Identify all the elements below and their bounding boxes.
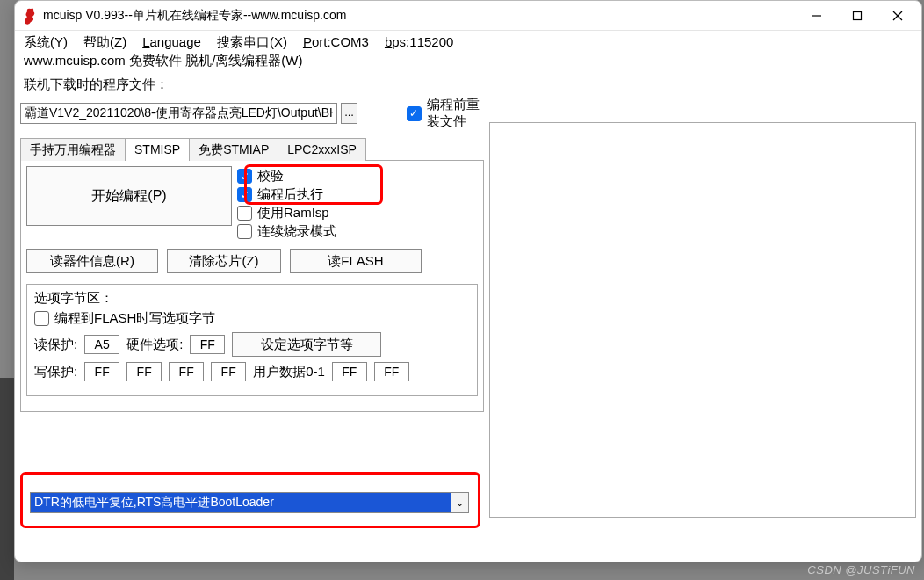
- svg-rect-1: [854, 11, 862, 19]
- highlight-box-2: DTR的低电平复位,RTS高电平进BootLoader ⌄: [20, 472, 480, 528]
- wp2-input[interactable]: [169, 362, 204, 381]
- chevron-down-icon[interactable]: ⌄: [451, 493, 468, 512]
- contburn-checkbox[interactable]: [237, 224, 252, 239]
- wp3-input[interactable]: [211, 362, 246, 381]
- tab-stmisp[interactable]: STMISP: [125, 138, 190, 161]
- subline: www.mcuisp.com 免费软件 脱机/离线编程器(W): [15, 51, 921, 75]
- app-icon: [22, 6, 38, 25]
- window-title: mcuisp V0.993--单片机在线编程专家--www.mcuisp.com: [43, 8, 797, 24]
- read-protect-input[interactable]: [84, 335, 119, 354]
- menubar: 系统(Y) 帮助(Z) Language 搜索串口(X) Port:COM3 b…: [15, 31, 921, 51]
- read-device-info-button[interactable]: 读器件信息(R): [26, 249, 158, 273]
- tab-lpc[interactable]: LPC2xxxISP: [278, 138, 366, 161]
- ramisp-checkbox[interactable]: [237, 206, 252, 221]
- write-optbyte-label: 编程到FLASH时写选项字节: [54, 310, 215, 327]
- maximize-button[interactable]: [837, 3, 877, 29]
- tab-stmiap[interactable]: 免费STMIAP: [189, 138, 278, 161]
- menu-system[interactable]: 系统(Y): [24, 34, 68, 51]
- ud0-input[interactable]: [332, 362, 367, 381]
- wp0-input[interactable]: [84, 362, 119, 381]
- optbyte-header: 选项字节区：: [34, 290, 470, 307]
- verify-label: 校验: [257, 168, 284, 185]
- user-data-label: 用户数据0-1: [253, 364, 325, 381]
- watermark: CSDN @JUSTiFUN: [807, 563, 915, 576]
- app-window: mcuisp V0.993--单片机在线编程专家--www.mcuisp.com…: [14, 0, 922, 562]
- start-program-button[interactable]: 开始编程(P): [26, 166, 232, 226]
- log-panel[interactable]: [489, 122, 916, 518]
- menu-search-port[interactable]: 搜索串口(X): [217, 34, 287, 51]
- tabstrip: 手持万用编程器 STMISP 免费STMIAP LPC2xxxISP: [20, 137, 484, 161]
- menu-bps[interactable]: bps:115200: [385, 34, 453, 51]
- menu-help[interactable]: 帮助(Z): [83, 34, 126, 51]
- verify-checkbox[interactable]: [237, 169, 252, 184]
- menu-language[interactable]: Language: [142, 34, 201, 51]
- reload-checkbox[interactable]: [407, 106, 422, 121]
- read-protect-label: 读保护:: [34, 337, 77, 353]
- hw-option-input[interactable]: [190, 335, 225, 354]
- erase-chip-button[interactable]: 清除芯片(Z): [167, 249, 281, 273]
- reset-mode-combo[interactable]: DTR的低电平复位,RTS高电平进BootLoader ⌄: [30, 492, 469, 513]
- write-protect-label: 写保护:: [34, 364, 77, 381]
- read-flash-button[interactable]: 读FLASH: [290, 249, 422, 273]
- run-after-label: 编程后执行: [257, 186, 323, 203]
- tab-body: 开始编程(P) 校验 编程后执行 使用RamIsp 连续烧录模式 读器件信息(R…: [20, 161, 484, 412]
- ud1-input[interactable]: [374, 362, 409, 381]
- file-path-input[interactable]: [20, 103, 337, 124]
- ramisp-label: 使用RamIsp: [257, 205, 329, 221]
- browse-button[interactable]: ...: [341, 103, 357, 124]
- reset-mode-selected: DTR的低电平复位,RTS高电平进BootLoader: [31, 493, 451, 512]
- titlebar: mcuisp V0.993--单片机在线编程专家--www.mcuisp.com: [15, 1, 921, 31]
- hw-option-label: 硬件选项:: [126, 337, 183, 353]
- close-button[interactable]: [877, 3, 918, 29]
- option-byte-group: 选项字节区： 编程到FLASH时写选项字节 读保护: 硬件选项: 设定选项字节等…: [26, 284, 478, 396]
- minimize-button[interactable]: [797, 3, 837, 29]
- file-label: 联机下载时的程序文件：: [20, 75, 484, 95]
- write-optbyte-checkbox[interactable]: [34, 311, 49, 326]
- set-optbyte-button[interactable]: 设定选项字节等: [232, 332, 381, 357]
- tab-handheld[interactable]: 手持万用编程器: [20, 138, 126, 161]
- contburn-label: 连续烧录模式: [257, 223, 336, 240]
- run-after-checkbox[interactable]: [237, 187, 252, 202]
- wp1-input[interactable]: [126, 362, 162, 381]
- reload-label: 编程前重装文件: [427, 97, 484, 130]
- menu-port[interactable]: Port:COM3: [303, 34, 369, 51]
